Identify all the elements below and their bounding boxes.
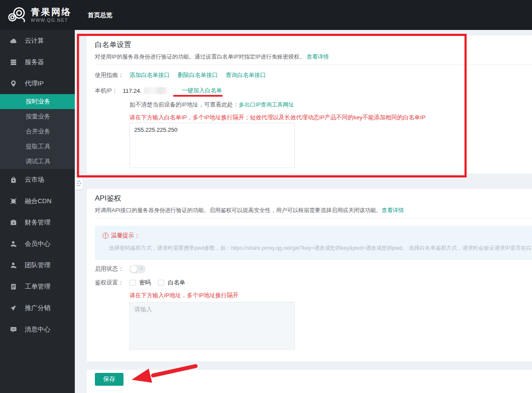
divider	[95, 65, 532, 65]
topbar: 青果网络 WWW.QG.NET 首页总览	[0, 0, 532, 30]
qg-cloud-logo-icon	[7, 5, 27, 24]
sidebar-collapse-handle[interactable]	[75, 177, 83, 189]
nav-home-overview[interactable]: 首页总览	[88, 0, 112, 30]
whitelist-title: 白名单设置	[95, 40, 131, 50]
whitelist-checkbox[interactable]	[158, 280, 164, 286]
sidebar-item-finance[interactable]: ¥ 财务管理	[0, 212, 75, 233]
submenu-item-debug-tool[interactable]: 调试工具	[0, 154, 75, 169]
whitelist-settings-card: 白名单设置 对使用IP的服务器身份进行验证的功能。通过设置白名单IP对指定IP进…	[87, 35, 532, 174]
add-whitelist-api-link[interactable]: 添加白名单接口	[129, 71, 170, 79]
api-detail-link[interactable]: 查看详情	[382, 207, 404, 213]
brand-domain: WWW.QG.NET	[31, 18, 72, 23]
main-content: 白名单设置 对使用IP的服务器身份进行验证的功能。通过设置白名单IP对指定IP进…	[75, 30, 532, 393]
auth-settings-label: 鉴权设置：	[95, 279, 129, 287]
sidebar-item-cloud-computing[interactable]: 云计算	[0, 30, 75, 51]
api-auth-title: API鉴权	[95, 193, 121, 203]
brand-logo[interactable]: 青果网络 WWW.QG.NET	[7, 5, 72, 24]
tip-infobox: 温馨提示： 选择密码鉴权方式，请求时需要携带pwd参数，如：https://sh…	[95, 226, 532, 260]
collapse-lines-icon	[76, 180, 82, 186]
sidebar: 云计算 服务器 代理IP 按时业务 按量业务 合并业务 提取工具 调试工具 云市…	[0, 30, 75, 393]
chat-bubble-icon	[9, 325, 17, 333]
ip-pin-icon	[9, 80, 17, 87]
whitelist-ip-textarea[interactable]: 255.225.225.250	[129, 123, 295, 168]
sidebar-item-team-management[interactable]: 团队管理	[0, 254, 75, 276]
exclamation-circle-icon	[103, 233, 109, 239]
shopping-bag-icon	[9, 176, 17, 183]
footer-band: 保存	[87, 370, 532, 393]
password-checkbox[interactable]	[129, 280, 135, 286]
divider	[95, 218, 532, 219]
local-ip-label: 本机IP：	[95, 87, 118, 95]
save-button[interactable]: 保存	[95, 373, 123, 386]
cdn-network-icon	[9, 197, 17, 205]
submenu-item-extract-tool[interactable]: 提取工具	[0, 139, 75, 154]
brand-name: 青果网络	[31, 6, 72, 18]
server-icon	[9, 58, 17, 66]
proxy-ip-submenu: 按时业务 按量业务 合并业务 提取工具 调试工具	[0, 94, 75, 169]
tip-text: 选择密码鉴权方式，请求时需要携带pwd参数，如：https://share.pr…	[109, 245, 532, 252]
annotation-red-underline	[173, 95, 223, 97]
whitelist-checkbox-label: 白名单	[168, 279, 185, 287]
sidebar-item-member-center[interactable]: 会员中心	[0, 233, 75, 254]
sidebar-item-proxy-ip[interactable]: 代理IP	[0, 73, 75, 94]
submenu-item-volume-business[interactable]: 按量业务	[0, 109, 75, 124]
usage-guide-row: 使用指南： 添加白名单接口 删除白名单接口 查询白名单接口	[95, 71, 266, 79]
auth-settings-row: 鉴权设置： 密码 白名单	[95, 279, 185, 287]
ip-lookup-note-row: 如不清楚当前设备的IP地址，可查看此处： 多出口IP查询工具网址	[129, 101, 294, 109]
submenu-item-merged-business[interactable]: 合并业务	[0, 124, 75, 139]
wallet-yen-icon: ¥	[9, 219, 17, 226]
enable-status-label: 启用状态：	[95, 265, 129, 273]
cloud-icon	[9, 37, 17, 44]
local-ip-row: 本机IP： 117.24. 一键加入白名单	[95, 87, 222, 95]
api-ip-textarea[interactable]	[129, 302, 295, 350]
whitelist-description: 对使用IP的服务器身份进行验证的功能。通过设置白名单IP对指定IP进行免账密授权…	[95, 53, 329, 61]
delete-whitelist-api-link[interactable]: 删除白名单接口	[178, 71, 218, 79]
sidebar-item-work-order[interactable]: 工单管理	[0, 276, 75, 297]
sidebar-item-cloud-market[interactable]: 云市场	[0, 169, 75, 190]
password-checkbox-label: 密码	[139, 279, 151, 287]
enable-toggle-off[interactable]	[129, 265, 146, 273]
local-ip-value: 117.24.	[123, 88, 141, 94]
team-user-icon	[9, 261, 17, 269]
whitelist-detail-link[interactable]: 查看详情	[306, 53, 329, 60]
whitelist-warning-text: 请在下方输入白名单IP，多个IP地址换行隔开；短效代理以及长效代理动态IP产品不…	[129, 114, 426, 121]
paper-plane-icon	[9, 304, 17, 312]
sidebar-item-message-center[interactable]: 消息中心	[0, 319, 75, 340]
api-auth-card: API鉴权 对调用API接口的服务器身份进行验证的功能。启用鉴权可以提高安全性，…	[87, 189, 532, 361]
local-ip-redacted-blur	[144, 87, 167, 94]
one-click-add-whitelist-link[interactable]: 一键加入白名单	[182, 87, 222, 95]
sidebar-item-cdn[interactable]: 融合CDN	[0, 190, 75, 212]
toggle-knob	[130, 266, 137, 272]
tip-title-row: 温馨提示：	[103, 232, 140, 239]
sidebar-item-promotion[interactable]: 推广分销	[0, 297, 75, 319]
sidebar-item-server[interactable]: 服务器	[0, 51, 75, 73]
ip-lookup-note: 如不清楚当前设备的IP地址，可查看此处：	[129, 101, 239, 109]
usage-guide-label: 使用指南：	[95, 71, 129, 79]
multi-exit-ip-tool-link[interactable]: 多出口IP查询工具网址	[239, 101, 294, 109]
api-auth-description: 对调用API接口的服务器身份进行验证的功能。启用鉴权可以提高安全性，用户可以根据…	[95, 207, 404, 214]
enable-status-row: 启用状态：	[95, 264, 146, 274]
tip-title: 温馨提示：	[111, 232, 140, 239]
query-whitelist-api-link[interactable]: 查询白名单接口	[226, 71, 266, 79]
member-user-icon	[9, 240, 17, 248]
work-order-doc-icon	[9, 283, 17, 290]
api-warning-text: 请在下方输入IP地址，多个IP地址换行隔开	[129, 292, 238, 299]
submenu-item-hourly-business[interactable]: 按时业务	[0, 94, 75, 109]
